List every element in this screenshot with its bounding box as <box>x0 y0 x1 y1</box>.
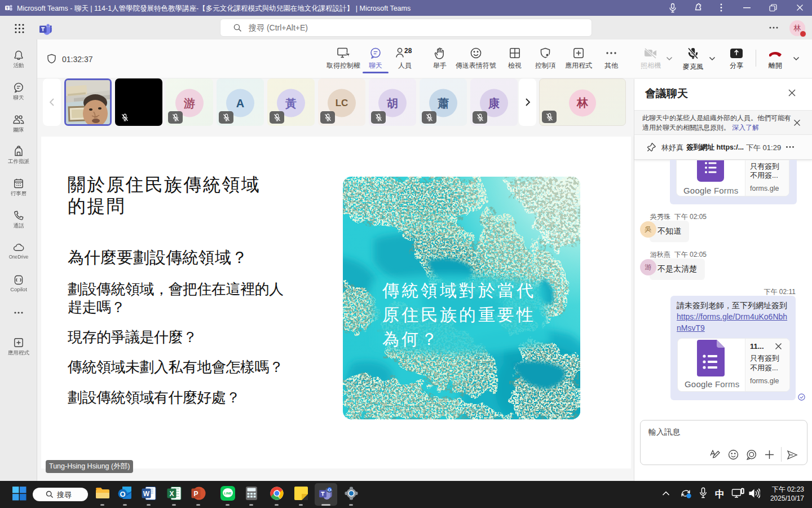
svg-text:為何？: 為何？ <box>382 330 440 348</box>
svg-text:W: W <box>143 490 150 498</box>
svg-text:28: 28 <box>404 47 412 55</box>
svg-text:T: T <box>6 6 9 10</box>
svg-text:P: P <box>193 490 198 498</box>
svg-text:O: O <box>120 490 125 498</box>
svg-text:傳統領域對於當代: 傳統領域對於當代 <box>382 281 536 300</box>
svg-text:LINE: LINE <box>224 492 232 495</box>
svg-text:原住民族的重要性: 原住民族的重要性 <box>382 305 536 324</box>
svg-text:X: X <box>169 490 174 498</box>
